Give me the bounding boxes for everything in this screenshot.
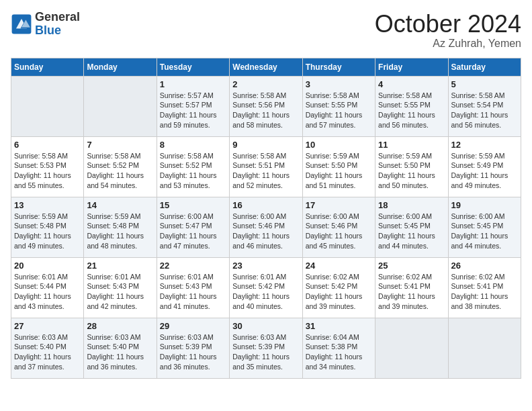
calendar-cell xyxy=(375,318,448,378)
cell-info: Sunrise: 5:57 AM Sunset: 5:57 PM Dayligh… xyxy=(160,91,226,130)
day-number: 25 xyxy=(378,261,445,271)
cell-info: Sunrise: 6:01 AM Sunset: 5:43 PM Dayligh… xyxy=(87,272,153,312)
calendar-cell: 2Sunrise: 5:58 AM Sunset: 5:56 PM Daylig… xyxy=(230,76,302,136)
calendar-cell: 23Sunrise: 6:01 AM Sunset: 5:42 PM Dayli… xyxy=(230,257,302,318)
calendar-week-row: 1Sunrise: 5:57 AM Sunset: 5:57 PM Daylig… xyxy=(11,76,521,136)
weekday-header: Sunday xyxy=(11,58,84,76)
logo-icon xyxy=(11,13,32,35)
calendar-week-row: 20Sunrise: 6:01 AM Sunset: 5:44 PM Dayli… xyxy=(11,257,521,318)
cell-info: Sunrise: 6:00 AM Sunset: 5:46 PM Dayligh… xyxy=(232,212,299,251)
day-number: 6 xyxy=(14,140,81,150)
cell-info: Sunrise: 6:03 AM Sunset: 5:39 PM Dayligh… xyxy=(232,332,299,372)
weekday-header: Wednesday xyxy=(230,58,302,76)
day-number: 16 xyxy=(232,200,299,210)
cell-info: Sunrise: 5:59 AM Sunset: 5:50 PM Dayligh… xyxy=(306,151,372,191)
cell-info: Sunrise: 6:00 AM Sunset: 5:46 PM Dayligh… xyxy=(306,212,372,251)
day-number: 20 xyxy=(14,261,81,271)
calendar-cell: 22Sunrise: 6:01 AM Sunset: 5:43 PM Dayli… xyxy=(157,257,229,318)
calendar-cell: 15Sunrise: 6:00 AM Sunset: 5:47 PM Dayli… xyxy=(157,197,229,257)
calendar-cell: 26Sunrise: 6:02 AM Sunset: 5:41 PM Dayli… xyxy=(448,257,521,318)
calendar-week-row: 27Sunrise: 6:03 AM Sunset: 5:40 PM Dayli… xyxy=(11,318,521,378)
day-number: 15 xyxy=(160,200,226,210)
cell-info: Sunrise: 6:00 AM Sunset: 5:45 PM Dayligh… xyxy=(378,212,445,251)
calendar-cell: 17Sunrise: 6:00 AM Sunset: 5:46 PM Dayli… xyxy=(302,197,375,257)
day-number: 13 xyxy=(14,200,81,210)
day-number: 18 xyxy=(378,200,445,210)
calendar-cell: 6Sunrise: 5:58 AM Sunset: 5:53 PM Daylig… xyxy=(11,136,84,197)
weekday-header: Friday xyxy=(375,58,448,76)
day-number: 31 xyxy=(306,321,372,331)
calendar-cell: 19Sunrise: 6:00 AM Sunset: 5:45 PM Dayli… xyxy=(448,197,521,257)
calendar-cell xyxy=(448,318,521,378)
day-number: 14 xyxy=(87,200,153,210)
calendar-cell: 25Sunrise: 6:02 AM Sunset: 5:41 PM Dayli… xyxy=(375,257,448,318)
day-number: 17 xyxy=(306,200,372,210)
cell-info: Sunrise: 5:58 AM Sunset: 5:54 PM Dayligh… xyxy=(451,91,518,130)
cell-info: Sunrise: 6:03 AM Sunset: 5:40 PM Dayligh… xyxy=(14,332,81,372)
cell-info: Sunrise: 5:59 AM Sunset: 5:50 PM Dayligh… xyxy=(378,151,445,191)
day-number: 1 xyxy=(160,79,226,89)
calendar-cell: 16Sunrise: 6:00 AM Sunset: 5:46 PM Dayli… xyxy=(230,197,302,257)
calendar-cell: 11Sunrise: 5:59 AM Sunset: 5:50 PM Dayli… xyxy=(375,136,448,197)
day-number: 26 xyxy=(451,261,518,271)
calendar-header-row: SundayMondayTuesdayWednesdayThursdayFrid… xyxy=(11,58,521,76)
location-title: Az Zuhrah, Yemen xyxy=(375,38,521,50)
day-number: 10 xyxy=(306,140,372,150)
calendar-cell: 31Sunrise: 6:04 AM Sunset: 5:38 PM Dayli… xyxy=(302,318,375,378)
day-number: 8 xyxy=(160,140,226,150)
calendar-cell: 10Sunrise: 5:59 AM Sunset: 5:50 PM Dayli… xyxy=(302,136,375,197)
calendar-cell: 14Sunrise: 5:59 AM Sunset: 5:48 PM Dayli… xyxy=(84,197,157,257)
day-number: 27 xyxy=(14,321,81,331)
calendar-cell: 9Sunrise: 5:58 AM Sunset: 5:51 PM Daylig… xyxy=(230,136,302,197)
calendar-cell xyxy=(84,76,157,136)
calendar-cell: 13Sunrise: 5:59 AM Sunset: 5:48 PM Dayli… xyxy=(11,197,84,257)
calendar-cell: 24Sunrise: 6:02 AM Sunset: 5:42 PM Dayli… xyxy=(302,257,375,318)
cell-info: Sunrise: 5:58 AM Sunset: 5:53 PM Dayligh… xyxy=(14,151,81,191)
logo: General Blue xyxy=(11,11,80,38)
cell-info: Sunrise: 5:59 AM Sunset: 5:48 PM Dayligh… xyxy=(87,212,153,251)
cell-info: Sunrise: 5:59 AM Sunset: 5:48 PM Dayligh… xyxy=(14,212,81,251)
day-number: 21 xyxy=(87,261,153,271)
calendar-cell: 29Sunrise: 6:03 AM Sunset: 5:39 PM Dayli… xyxy=(157,318,229,378)
day-number: 7 xyxy=(87,140,153,150)
day-number: 22 xyxy=(160,261,226,271)
cell-info: Sunrise: 6:02 AM Sunset: 5:42 PM Dayligh… xyxy=(306,272,372,312)
day-number: 19 xyxy=(451,200,518,210)
title-section: October 2024 Az Zuhrah, Yemen xyxy=(375,11,521,50)
calendar-table: SundayMondayTuesdayWednesdayThursdayFrid… xyxy=(11,58,521,379)
page-header: General Blue October 2024 Az Zuhrah, Yem… xyxy=(11,11,521,50)
day-number: 9 xyxy=(232,140,299,150)
calendar-cell: 3Sunrise: 5:58 AM Sunset: 5:55 PM Daylig… xyxy=(302,76,375,136)
weekday-header: Thursday xyxy=(302,58,375,76)
logo-general: General xyxy=(35,11,80,24)
cell-info: Sunrise: 5:58 AM Sunset: 5:52 PM Dayligh… xyxy=(87,151,153,191)
cell-info: Sunrise: 6:00 AM Sunset: 5:47 PM Dayligh… xyxy=(160,212,226,251)
cell-info: Sunrise: 5:58 AM Sunset: 5:56 PM Dayligh… xyxy=(232,91,299,130)
logo-text: General Blue xyxy=(35,11,80,38)
weekday-header: Monday xyxy=(84,58,157,76)
calendar-cell: 4Sunrise: 5:58 AM Sunset: 5:55 PM Daylig… xyxy=(375,76,448,136)
calendar-cell: 27Sunrise: 6:03 AM Sunset: 5:40 PM Dayli… xyxy=(11,318,84,378)
cell-info: Sunrise: 6:02 AM Sunset: 5:41 PM Dayligh… xyxy=(378,272,445,312)
cell-info: Sunrise: 6:03 AM Sunset: 5:39 PM Dayligh… xyxy=(160,332,226,372)
month-title: October 2024 xyxy=(375,11,521,38)
day-number: 12 xyxy=(451,140,518,150)
cell-info: Sunrise: 6:03 AM Sunset: 5:40 PM Dayligh… xyxy=(87,332,153,372)
calendar-cell: 5Sunrise: 5:58 AM Sunset: 5:54 PM Daylig… xyxy=(448,76,521,136)
cell-info: Sunrise: 5:59 AM Sunset: 5:49 PM Dayligh… xyxy=(451,151,518,191)
day-number: 11 xyxy=(378,140,445,150)
calendar-cell: 20Sunrise: 6:01 AM Sunset: 5:44 PM Dayli… xyxy=(11,257,84,318)
calendar-week-row: 6Sunrise: 5:58 AM Sunset: 5:53 PM Daylig… xyxy=(11,136,521,197)
day-number: 5 xyxy=(451,79,518,89)
cell-info: Sunrise: 6:02 AM Sunset: 5:41 PM Dayligh… xyxy=(451,272,518,312)
weekday-header: Saturday xyxy=(448,58,521,76)
cell-info: Sunrise: 6:04 AM Sunset: 5:38 PM Dayligh… xyxy=(306,332,372,372)
day-number: 24 xyxy=(306,261,372,271)
calendar-cell: 28Sunrise: 6:03 AM Sunset: 5:40 PM Dayli… xyxy=(84,318,157,378)
calendar-cell: 1Sunrise: 5:57 AM Sunset: 5:57 PM Daylig… xyxy=(157,76,229,136)
cell-info: Sunrise: 5:58 AM Sunset: 5:55 PM Dayligh… xyxy=(378,91,445,130)
day-number: 2 xyxy=(232,79,299,89)
cell-info: Sunrise: 6:01 AM Sunset: 5:43 PM Dayligh… xyxy=(160,272,226,312)
cell-info: Sunrise: 5:58 AM Sunset: 5:52 PM Dayligh… xyxy=(160,151,226,191)
day-number: 29 xyxy=(160,321,226,331)
